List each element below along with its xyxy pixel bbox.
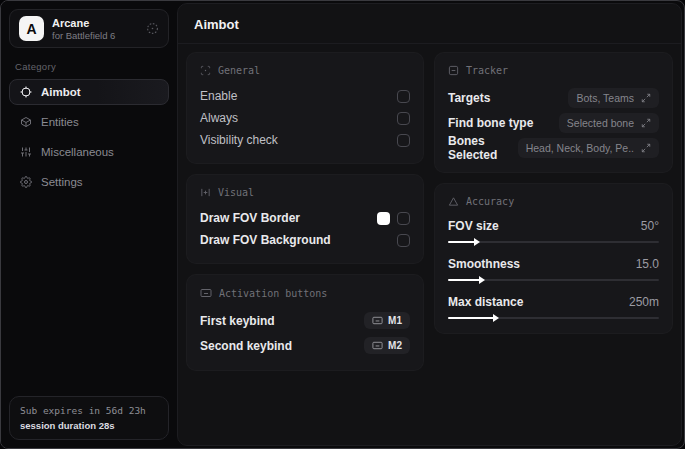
fov-border-color-swatch[interactable] <box>377 212 390 225</box>
slider-group-smoothness: Smoothness 15.0 <box>448 254 659 281</box>
sidebar-item-miscellaneous[interactable]: Miscellaneous <box>9 139 169 165</box>
keyboard-icon <box>372 340 383 351</box>
app-window: A Arcane for Battlefield 6 Category <box>0 0 685 449</box>
bones-selected-dropdown[interactable]: Head, Neck, Body, Pe.. <box>518 138 659 158</box>
setting-label: Draw FOV Background <box>200 233 331 247</box>
setting-row-draw-fov-border: Draw FOV Border <box>200 207 410 229</box>
always-checkbox[interactable] <box>397 112 410 125</box>
visual-card: Visual Draw FOV Border Draw FOV Backgrou… <box>186 174 424 264</box>
sidebar-item-settings[interactable]: Settings <box>9 169 169 195</box>
setting-label: Max distance <box>448 295 523 309</box>
setting-label: Visibility check <box>200 133 278 147</box>
enable-checkbox[interactable] <box>397 90 410 103</box>
sidebar-item-aimbot[interactable]: Aimbot <box>9 79 169 105</box>
settings-sliders-icon <box>200 187 211 198</box>
app-logo: A <box>19 16 44 41</box>
category-label: Category <box>15 61 163 72</box>
sidebar-item-label: Miscellaneous <box>41 146 114 158</box>
smoothness-slider[interactable] <box>448 279 659 281</box>
sidebar-item-entities[interactable]: Entities <box>9 109 169 135</box>
setting-label: Find bone type <box>448 116 533 130</box>
fov-size-slider[interactable] <box>448 241 659 243</box>
setting-row-first-keybind: First keybind M1 <box>200 308 410 333</box>
keyboard-icon <box>200 287 212 299</box>
activation-buttons-card: Activation buttons First keybind M1 Seco… <box>186 274 424 371</box>
app-header-card: A Arcane for Battlefield 6 <box>9 9 169 48</box>
sidebar: A Arcane for Battlefield 6 Category <box>1 1 177 448</box>
slider-group-fov-size: FOV size 50° <box>448 216 659 243</box>
setting-row-enable: Enable <box>200 85 410 107</box>
slider-thumb[interactable] <box>479 276 485 284</box>
setting-label: Draw FOV Border <box>200 211 300 225</box>
setting-row-visibility-check: Visibility check <box>200 129 410 151</box>
setting-label: Enable <box>200 89 237 103</box>
dropdown-value: Selected bone <box>567 117 634 129</box>
slider-thumb[interactable] <box>493 314 499 322</box>
setting-row-targets: Targets Bots, Teams <box>448 85 659 110</box>
sidebar-item-label: Entities <box>41 116 79 128</box>
keybind-value: M2 <box>388 340 402 351</box>
crosshair-icon <box>20 86 32 98</box>
general-card-title: General <box>218 65 260 76</box>
general-card-header: General <box>200 65 410 76</box>
main-panel: Aimbot General Enable <box>177 3 682 446</box>
app-title-block: Arcane for Battlefield 6 <box>52 17 115 41</box>
visual-card-title: Visual <box>218 187 254 198</box>
slider-value: 250m <box>629 295 659 309</box>
setting-label: Smoothness <box>448 257 520 271</box>
slider-value: 50° <box>641 219 659 233</box>
slider-fill <box>448 317 494 319</box>
left-column: General Enable Always Visibility check <box>186 52 424 371</box>
tracker-card: Tracker Targets Bots, Teams Find bone ty… <box>434 52 673 173</box>
visual-card-header: Visual <box>200 187 410 198</box>
keybind-value: M1 <box>388 315 402 326</box>
slider-fill <box>448 279 480 281</box>
accuracy-card-header: Accuracy <box>448 196 659 207</box>
dropdown-value: Head, Neck, Body, Pe.. <box>526 142 634 154</box>
right-column: Tracker Targets Bots, Teams Find bone ty… <box>434 52 673 334</box>
expand-icon <box>641 143 651 153</box>
second-keybind-button[interactable]: M2 <box>364 337 410 354</box>
session-duration-text: session duration 28s <box>20 420 158 431</box>
page-title: Aimbot <box>194 17 665 32</box>
scan-icon <box>200 65 211 76</box>
setting-label: Bones Selected <box>448 134 518 162</box>
expand-icon <box>641 118 651 128</box>
slider-value: 15.0 <box>636 257 659 271</box>
setting-label: Targets <box>448 91 490 105</box>
app-name: Arcane <box>52 17 115 29</box>
setting-row-draw-fov-background: Draw FOV Background <box>200 229 410 251</box>
accuracy-card-title: Accuracy <box>466 196 514 207</box>
expand-icon <box>641 93 651 103</box>
setting-label: First keybind <box>200 314 275 328</box>
activation-card-header: Activation buttons <box>200 287 410 299</box>
draw-fov-background-checkbox[interactable] <box>397 234 410 247</box>
first-keybind-button[interactable]: M1 <box>364 312 410 329</box>
dropdown-value: Bots, Teams <box>576 92 634 104</box>
sub-expiry-text: Sub expires in 56d 23h <box>20 405 158 416</box>
main-header: Aimbot <box>178 4 681 44</box>
tracker-card-title: Tracker <box>466 65 508 76</box>
visibility-check-checkbox[interactable] <box>397 134 410 147</box>
activation-card-title: Activation buttons <box>219 288 327 299</box>
general-card: General Enable Always Visibility check <box>186 52 424 164</box>
setting-row-bones-selected: Bones Selected Head, Neck, Body, Pe.. <box>448 135 659 160</box>
sliders-icon <box>20 146 32 158</box>
target-icon[interactable] <box>146 22 159 35</box>
tracker-card-header: Tracker <box>448 65 659 76</box>
draw-fov-border-checkbox[interactable] <box>397 212 410 225</box>
setting-label: Second keybind <box>200 339 292 353</box>
slider-thumb[interactable] <box>474 238 480 246</box>
targets-dropdown[interactable]: Bots, Teams <box>568 88 659 108</box>
gear-icon <box>20 176 32 188</box>
keyboard-icon <box>372 315 383 326</box>
max-distance-slider[interactable] <box>448 317 659 319</box>
minus-square-icon <box>448 65 459 76</box>
app-subtitle: for Battlefield 6 <box>52 30 115 41</box>
content-area: General Enable Always Visibility check <box>178 44 681 379</box>
sidebar-item-label: Aimbot <box>41 86 81 98</box>
setting-label: FOV size <box>448 219 499 233</box>
slider-fill <box>448 241 475 243</box>
find-bone-type-dropdown[interactable]: Selected bone <box>559 113 659 133</box>
setting-label: Always <box>200 111 238 125</box>
